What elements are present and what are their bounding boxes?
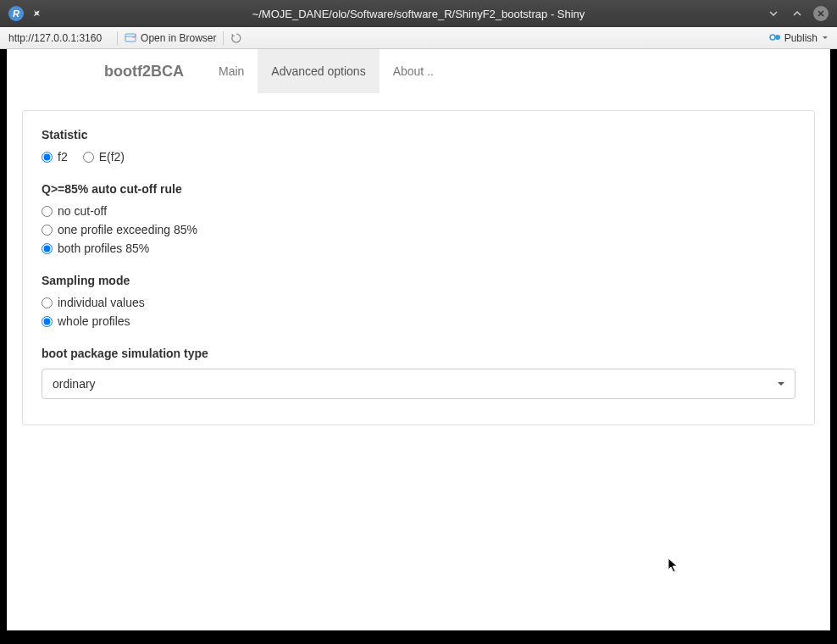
- nav-tabs: Main Advanced options About ..: [205, 49, 447, 93]
- toolbar-separator: [223, 31, 224, 45]
- cutoff-group: Q>=85% auto cut-off rule no cut-off one …: [42, 182, 795, 255]
- radio-whole-profiles-input[interactable]: [42, 316, 53, 327]
- radio-ef2[interactable]: E(f2): [83, 150, 125, 164]
- radio-individual[interactable]: individual values: [42, 296, 795, 309]
- maximize-icon[interactable]: [790, 6, 805, 21]
- close-icon[interactable]: [813, 6, 829, 21]
- dropdown-caret-icon: [822, 32, 829, 44]
- app-icon: R: [8, 6, 24, 21]
- radio-label: both profiles 85%: [58, 242, 149, 255]
- window-title: ~/MOJE_DANE/olo/Software/software_R/Shin…: [252, 8, 585, 20]
- open-browser-label: Open in Browser: [141, 32, 216, 44]
- simtype-value: ordinary: [53, 377, 96, 391]
- toolbar: http://127.0.0.1:3160 Open in Browser: [0, 27, 837, 49]
- sampling-label: Sampling mode: [42, 274, 795, 287]
- publish-label: Publish: [784, 32, 818, 44]
- simtype-group: boot package simulation type ordinary: [42, 347, 795, 399]
- browser-icon: [125, 32, 136, 44]
- svg-point-2: [770, 35, 775, 40]
- app-title: bootf2BCA: [104, 63, 205, 80]
- tab-label: Advanced options: [271, 64, 365, 78]
- cutoff-label: Q>=85% auto cut-off rule: [42, 182, 795, 196]
- radio-label: f2: [58, 150, 68, 164]
- options-panel: Statistic f2 E(f2) Q>=85% auto cut-off r…: [22, 110, 815, 425]
- radio-label: one profile exceeding 85%: [58, 223, 197, 236]
- radio-ef2-input[interactable]: [83, 152, 94, 163]
- radio-f2-input[interactable]: [42, 152, 53, 163]
- tab-main[interactable]: Main: [205, 49, 258, 93]
- titlebar-right-controls: [766, 6, 829, 21]
- minimize-icon[interactable]: [766, 6, 781, 21]
- publish-button[interactable]: Publish: [768, 32, 829, 44]
- navbar: bootf2BCA Main Advanced options About ..: [7, 49, 830, 93]
- url-display: http://127.0.0.1:3160: [8, 32, 110, 44]
- simtype-label: boot package simulation type: [42, 347, 795, 360]
- toolbar-separator: [117, 31, 118, 45]
- pin-icon[interactable]: [30, 8, 42, 19]
- radio-no-cutoff[interactable]: no cut-off: [42, 204, 795, 218]
- radio-label: no cut-off: [58, 204, 107, 218]
- radio-both-profiles[interactable]: both profiles 85%: [42, 242, 795, 255]
- radio-whole-profiles[interactable]: whole profiles: [42, 314, 795, 328]
- radio-label: individual values: [58, 296, 145, 309]
- radio-one-profile[interactable]: one profile exceeding 85%: [42, 223, 795, 236]
- simtype-select-wrapper: ordinary: [42, 369, 795, 399]
- window-frame: R ~/MOJE_DANE/olo/Software/software_R/Sh…: [0, 0, 837, 644]
- open-in-browser-button[interactable]: Open in Browser: [125, 32, 216, 44]
- radio-label: whole profiles: [58, 314, 130, 328]
- statistic-radios: f2 E(f2): [42, 150, 795, 164]
- radio-one-profile-input[interactable]: [42, 225, 53, 236]
- simtype-select[interactable]: ordinary: [42, 369, 795, 399]
- radio-f2[interactable]: f2: [42, 150, 68, 164]
- tab-about[interactable]: About ..: [380, 49, 447, 93]
- tab-label: About ..: [393, 64, 434, 78]
- content-area: bootf2BCA Main Advanced options About ..…: [7, 49, 830, 630]
- app-icon-letter: R: [13, 8, 19, 19]
- publish-icon: [768, 32, 780, 44]
- radio-both-profiles-input[interactable]: [42, 243, 53, 254]
- titlebar-left-controls: R: [8, 6, 42, 21]
- sampling-radios: individual values whole profiles: [42, 296, 795, 328]
- statistic-label: Statistic: [42, 128, 795, 142]
- radio-no-cutoff-input[interactable]: [42, 206, 53, 217]
- radio-individual-input[interactable]: [42, 297, 53, 308]
- titlebar: R ~/MOJE_DANE/olo/Software/software_R/Sh…: [0, 0, 837, 27]
- tab-advanced-options[interactable]: Advanced options: [258, 49, 379, 93]
- statistic-group: Statistic f2 E(f2): [42, 128, 795, 164]
- radio-label: E(f2): [99, 150, 125, 164]
- tab-label: Main: [219, 64, 244, 78]
- refresh-icon[interactable]: [230, 32, 242, 44]
- cutoff-radios: no cut-off one profile exceeding 85% bot…: [42, 204, 795, 255]
- sampling-group: Sampling mode individual values whole pr…: [42, 274, 795, 328]
- svg-point-3: [775, 35, 780, 40]
